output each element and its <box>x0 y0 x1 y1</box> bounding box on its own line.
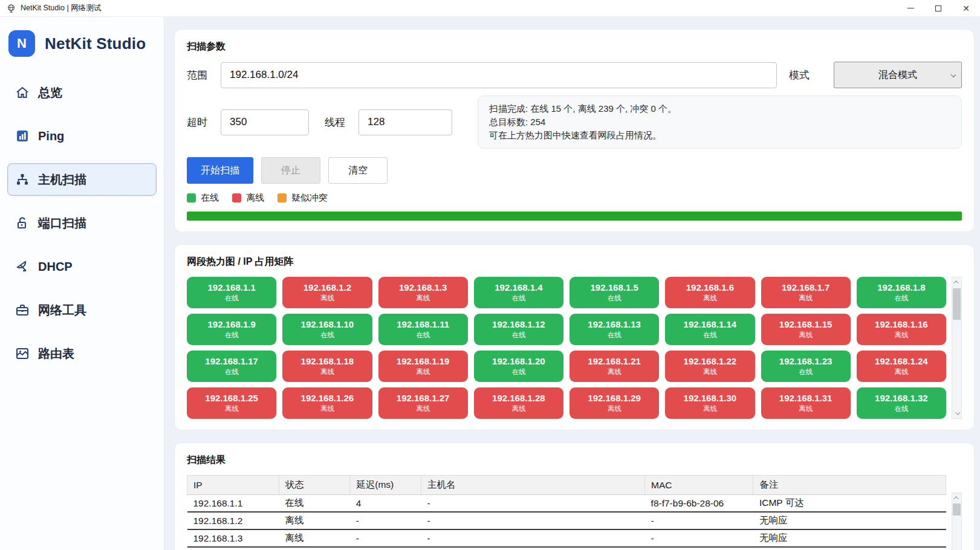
table-cell: 7 <box>350 547 421 550</box>
start-scan-button[interactable]: 开始扫描 <box>187 157 253 184</box>
scroll-track[interactable] <box>952 287 961 409</box>
tile-ip: 192.168.1.6 <box>686 282 734 293</box>
sidebar-item-2[interactable]: Ping <box>7 120 157 152</box>
heatmap-tile: 192.168.1.31离线 <box>761 387 851 419</box>
legend-label: 离线 <box>246 192 264 204</box>
threads-input[interactable] <box>359 109 452 135</box>
status-legend: 在线离线疑似冲突 <box>187 192 962 204</box>
sidebar-item-7[interactable]: 路由表 <box>7 337 157 370</box>
heatmap-tile: 192.168.1.4在线 <box>474 277 563 308</box>
column-header: 状态 <box>279 476 350 495</box>
tile-status: 离线 <box>894 367 908 377</box>
title-bar: NetKit Studio | 网络测试 ✕ <box>0 0 980 17</box>
tile-ip: 192.168.1.19 <box>397 356 450 366</box>
legend-swatch <box>277 193 287 202</box>
stop-button[interactable]: 停止 <box>261 157 320 184</box>
tile-ip: 192.168.1.31 <box>779 393 832 403</box>
heatmap-title: 网段热力图 / IP 占用矩阵 <box>187 256 962 268</box>
heatmap-tile: 192.168.1.5在线 <box>570 277 659 308</box>
app-name: NetKit Studio <box>45 34 146 53</box>
column-header: 备注 <box>753 476 946 495</box>
tile-ip: 192.168.1.18 <box>301 356 354 366</box>
sidebar-item-label: 路由表 <box>38 346 74 362</box>
legend-swatch <box>232 193 241 202</box>
table-row[interactable]: 192.168.1.2离线---无响应 <box>187 512 946 529</box>
sidebar-item-label: Ping <box>38 129 64 143</box>
sidebar-item-1[interactable]: 总览 <box>7 76 157 109</box>
timeout-input[interactable] <box>221 109 309 135</box>
mode-select[interactable]: 混合模式 <box>834 62 962 88</box>
heatmap-tile: 192.168.1.15离线 <box>761 314 851 345</box>
clear-button[interactable]: 清空 <box>328 157 388 184</box>
tile-status: 在线 <box>416 331 430 340</box>
scroll-up-arrow[interactable] <box>952 277 961 287</box>
sidebar-item-4[interactable]: 端口扫描 <box>7 207 157 239</box>
range-input[interactable] <box>221 62 777 88</box>
tile-ip: 192.168.1.8 <box>877 282 925 293</box>
table-row[interactable]: 192.168.1.1在线4-f8-f7-b9-6b-28-06ICMP 可达 <box>187 495 946 513</box>
scan-progress-bar <box>187 212 962 221</box>
sidebar-item-label: 端口扫描 <box>38 215 86 231</box>
table-cell: 离线 <box>279 529 350 547</box>
maximize-button[interactable] <box>924 0 952 17</box>
sidebar-item-5[interactable]: DHCP <box>7 250 157 283</box>
heatmap-tile: 192.168.1.24离线 <box>857 351 946 382</box>
tile-ip: 192.168.1.22 <box>684 356 737 366</box>
table-cell: - <box>350 529 421 547</box>
sidebar-item-6[interactable]: 网络工具 <box>7 294 157 326</box>
scan-results-title: 扫描结果 <box>187 454 962 467</box>
legend-item: 疑似冲突 <box>277 192 328 204</box>
tile-status: 离线 <box>416 367 430 377</box>
tile-ip: 192.168.1.16 <box>875 319 928 329</box>
heatmap-tile: 192.168.1.19离线 <box>378 351 468 382</box>
table-cell: 无响应 <box>753 512 946 529</box>
tile-ip: 192.168.1.20 <box>492 356 545 366</box>
heatmap-tile: 192.168.1.11在线 <box>378 314 468 345</box>
scroll-down-arrow[interactable] <box>952 409 961 418</box>
ip-heatmap-grid: 192.168.1.1在线192.168.1.2离线192.168.1.3离线1… <box>187 277 946 419</box>
minimize-button[interactable] <box>897 0 924 17</box>
table-row[interactable]: 192.168.1.4在线7-78-df-72-96-9b-30ICMP 可达 <box>187 547 946 550</box>
table-cell: 在线 <box>279 495 350 513</box>
tile-status: 在线 <box>225 331 239 340</box>
status-line: 可在上方热力图中快速查看网段占用情况。 <box>489 129 950 142</box>
toolbox-icon <box>15 303 30 317</box>
tile-status: 在线 <box>320 331 334 340</box>
scan-results-card: 扫描结果 IP状态延迟(ms)主机名MAC备注 192.168.1.1在线4-f… <box>174 442 975 550</box>
close-button[interactable]: ✕ <box>952 0 980 17</box>
scan-params-title: 扫描参数 <box>187 40 962 53</box>
table-row[interactable]: 192.168.1.3离线---无响应 <box>187 529 946 547</box>
table-cell: 192.168.1.3 <box>187 529 279 547</box>
tile-ip: 192.168.1.14 <box>684 319 737 329</box>
table-cell: 在线 <box>279 547 350 550</box>
scroll-thumb[interactable] <box>953 503 961 516</box>
table-cell: 离线 <box>279 512 350 529</box>
heatmap-tile: 192.168.1.21离线 <box>570 351 659 382</box>
results-scrollbar[interactable] <box>952 493 962 550</box>
heatmap-tile: 192.168.1.7离线 <box>761 277 851 308</box>
table-cell: - <box>421 529 644 547</box>
heatmap-tile: 192.168.1.26离线 <box>282 387 372 419</box>
heatmap-tile: 192.168.1.18离线 <box>282 351 372 382</box>
column-header: 延迟(ms) <box>350 476 421 495</box>
scroll-up-arrow[interactable] <box>952 493 961 503</box>
tile-status: 离线 <box>799 294 813 303</box>
column-header: IP <box>187 476 279 495</box>
table-cell: 192.168.1.4 <box>187 547 279 550</box>
scroll-thumb[interactable] <box>953 288 961 320</box>
tile-status: 在线 <box>799 367 813 377</box>
table-cell: - <box>421 495 644 513</box>
heatmap-tile: 192.168.1.20在线 <box>474 351 563 382</box>
tile-status: 离线 <box>225 404 239 413</box>
tile-status: 在线 <box>894 294 908 303</box>
table-cell: - <box>645 512 753 529</box>
tile-status: 在线 <box>608 294 621 303</box>
scroll-track[interactable] <box>952 503 961 550</box>
heatmap-tile: 192.168.1.6离线 <box>665 277 754 308</box>
tile-status: 离线 <box>894 331 908 340</box>
tile-status: 离线 <box>608 404 621 413</box>
heatmap-tile: 192.168.1.10在线 <box>282 314 372 345</box>
heatmap-scrollbar[interactable] <box>952 277 962 419</box>
results-table: IP状态延迟(ms)主机名MAC备注 192.168.1.1在线4-f8-f7-… <box>187 475 946 550</box>
sidebar-item-3[interactable]: 主机扫描 <box>7 163 157 196</box>
